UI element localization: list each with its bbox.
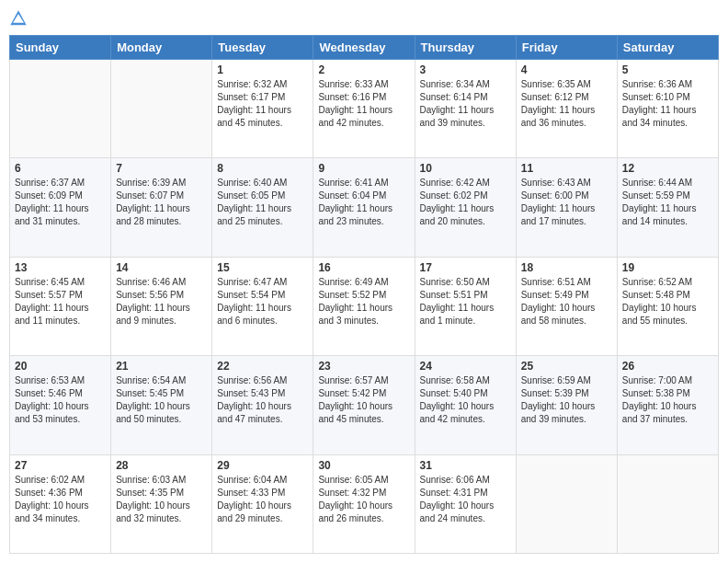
calendar-cell: 26Sunrise: 7:00 AM Sunset: 5:38 PM Dayli… (617, 356, 718, 454)
header (9, 9, 719, 28)
day-number: 21 (116, 360, 207, 373)
day-info: Sunrise: 6:03 AM Sunset: 4:35 PM Dayligh… (116, 474, 207, 525)
calendar-cell: 17Sunrise: 6:50 AM Sunset: 5:51 PM Dayli… (415, 257, 516, 355)
day-info: Sunrise: 6:39 AM Sunset: 6:07 PM Dayligh… (116, 177, 207, 228)
calendar-cell: 27Sunrise: 6:02 AM Sunset: 4:36 PM Dayli… (10, 454, 111, 553)
day-info: Sunrise: 6:54 AM Sunset: 5:45 PM Dayligh… (116, 374, 207, 426)
calendar-header-monday: Monday (111, 36, 212, 60)
calendar-week-4: 20Sunrise: 6:53 AM Sunset: 5:46 PM Dayli… (10, 356, 719, 454)
day-info: Sunrise: 6:41 AM Sunset: 6:04 PM Dayligh… (318, 177, 409, 228)
calendar-cell: 19Sunrise: 6:52 AM Sunset: 5:48 PM Dayli… (617, 257, 718, 355)
calendar-cell: 8Sunrise: 6:40 AM Sunset: 6:05 PM Daylig… (212, 158, 313, 257)
day-number: 16 (318, 261, 409, 274)
calendar-header-tuesday: Tuesday (212, 36, 313, 60)
day-number: 12 (622, 162, 713, 175)
calendar-week-2: 6Sunrise: 6:37 AM Sunset: 6:09 PM Daylig… (10, 158, 719, 257)
day-info: Sunrise: 6:05 AM Sunset: 4:32 PM Dayligh… (318, 474, 409, 525)
day-number: 26 (622, 360, 713, 373)
day-info: Sunrise: 6:45 AM Sunset: 5:57 PM Dayligh… (15, 276, 106, 327)
calendar-cell: 6Sunrise: 6:37 AM Sunset: 6:09 PM Daylig… (10, 158, 111, 257)
day-info: Sunrise: 6:35 AM Sunset: 6:12 PM Dayligh… (521, 78, 612, 130)
day-info: Sunrise: 6:42 AM Sunset: 6:02 PM Dayligh… (420, 177, 511, 228)
day-info: Sunrise: 6:47 AM Sunset: 5:54 PM Dayligh… (217, 276, 308, 327)
day-info: Sunrise: 6:50 AM Sunset: 5:51 PM Dayligh… (420, 276, 511, 327)
calendar-cell: 25Sunrise: 6:59 AM Sunset: 5:39 PM Dayli… (516, 356, 617, 454)
logo-icon (9, 9, 28, 28)
calendar-cell: 21Sunrise: 6:54 AM Sunset: 5:45 PM Dayli… (111, 356, 212, 454)
day-number: 30 (318, 459, 409, 472)
day-info: Sunrise: 6:53 AM Sunset: 5:46 PM Dayligh… (15, 374, 106, 426)
calendar-cell: 11Sunrise: 6:43 AM Sunset: 6:00 PM Dayli… (516, 158, 617, 257)
day-info: Sunrise: 6:37 AM Sunset: 6:09 PM Dayligh… (15, 177, 106, 228)
day-number: 17 (420, 261, 511, 274)
day-number: 25 (521, 360, 612, 373)
calendar-cell: 22Sunrise: 6:56 AM Sunset: 5:43 PM Dayli… (212, 356, 313, 454)
day-number: 11 (521, 162, 612, 175)
calendar-cell: 29Sunrise: 6:04 AM Sunset: 4:33 PM Dayli… (212, 454, 313, 553)
day-info: Sunrise: 6:58 AM Sunset: 5:40 PM Dayligh… (420, 374, 511, 426)
calendar-table: SundayMondayTuesdayWednesdayThursdayFrid… (9, 35, 719, 554)
day-number: 15 (217, 261, 308, 274)
day-number: 31 (420, 459, 511, 472)
day-number: 8 (217, 162, 308, 175)
day-info: Sunrise: 6:32 AM Sunset: 6:17 PM Dayligh… (217, 78, 308, 130)
calendar-header-sunday: Sunday (10, 36, 111, 60)
calendar-cell: 30Sunrise: 6:05 AM Sunset: 4:32 PM Dayli… (313, 454, 415, 553)
day-number: 2 (318, 63, 409, 76)
calendar-header-thursday: Thursday (415, 36, 516, 60)
calendar-cell (111, 60, 212, 158)
day-info: Sunrise: 7:00 AM Sunset: 5:38 PM Dayligh… (622, 374, 713, 426)
day-number: 27 (15, 459, 106, 472)
day-number: 6 (15, 162, 106, 175)
calendar-cell (617, 454, 718, 553)
calendar-cell: 4Sunrise: 6:35 AM Sunset: 6:12 PM Daylig… (516, 60, 617, 158)
day-info: Sunrise: 6:02 AM Sunset: 4:36 PM Dayligh… (15, 474, 106, 525)
calendar-cell: 12Sunrise: 6:44 AM Sunset: 5:59 PM Dayli… (617, 158, 718, 257)
calendar-week-5: 27Sunrise: 6:02 AM Sunset: 4:36 PM Dayli… (10, 454, 719, 553)
day-info: Sunrise: 6:40 AM Sunset: 6:05 PM Dayligh… (217, 177, 308, 228)
day-number: 28 (116, 459, 207, 472)
day-number: 9 (318, 162, 409, 175)
calendar-cell: 9Sunrise: 6:41 AM Sunset: 6:04 PM Daylig… (313, 158, 415, 257)
day-number: 19 (622, 261, 713, 274)
calendar-cell: 23Sunrise: 6:57 AM Sunset: 5:42 PM Dayli… (313, 356, 415, 454)
calendar-cell: 15Sunrise: 6:47 AM Sunset: 5:54 PM Dayli… (212, 257, 313, 355)
calendar-cell: 3Sunrise: 6:34 AM Sunset: 6:14 PM Daylig… (415, 60, 516, 158)
calendar-week-1: 1Sunrise: 6:32 AM Sunset: 6:17 PM Daylig… (10, 60, 719, 158)
day-info: Sunrise: 6:43 AM Sunset: 6:00 PM Dayligh… (521, 177, 612, 228)
day-info: Sunrise: 6:04 AM Sunset: 4:33 PM Dayligh… (217, 474, 308, 525)
calendar-header-saturday: Saturday (617, 36, 718, 60)
day-number: 1 (217, 63, 308, 76)
logo (9, 9, 31, 28)
calendar-cell: 10Sunrise: 6:42 AM Sunset: 6:02 PM Dayli… (415, 158, 516, 257)
day-number: 10 (420, 162, 511, 175)
day-info: Sunrise: 6:49 AM Sunset: 5:52 PM Dayligh… (318, 276, 409, 327)
calendar-header-row: SundayMondayTuesdayWednesdayThursdayFrid… (10, 36, 719, 60)
calendar-cell: 16Sunrise: 6:49 AM Sunset: 5:52 PM Dayli… (313, 257, 415, 355)
day-info: Sunrise: 6:33 AM Sunset: 6:16 PM Dayligh… (318, 78, 409, 130)
day-info: Sunrise: 6:57 AM Sunset: 5:42 PM Dayligh… (318, 374, 409, 426)
calendar-cell: 24Sunrise: 6:58 AM Sunset: 5:40 PM Dayli… (415, 356, 516, 454)
calendar-cell (516, 454, 617, 553)
day-number: 18 (521, 261, 612, 274)
day-number: 4 (521, 63, 612, 76)
calendar-cell: 5Sunrise: 6:36 AM Sunset: 6:10 PM Daylig… (617, 60, 718, 158)
calendar-cell: 1Sunrise: 6:32 AM Sunset: 6:17 PM Daylig… (212, 60, 313, 158)
page: SundayMondayTuesdayWednesdayThursdayFrid… (0, 0, 728, 563)
calendar-cell (10, 60, 111, 158)
calendar-cell: 2Sunrise: 6:33 AM Sunset: 6:16 PM Daylig… (313, 60, 415, 158)
day-number: 7 (116, 162, 207, 175)
calendar-week-3: 13Sunrise: 6:45 AM Sunset: 5:57 PM Dayli… (10, 257, 719, 355)
calendar-cell: 13Sunrise: 6:45 AM Sunset: 5:57 PM Dayli… (10, 257, 111, 355)
day-number: 3 (420, 63, 511, 76)
day-info: Sunrise: 6:59 AM Sunset: 5:39 PM Dayligh… (521, 374, 612, 426)
day-number: 29 (217, 459, 308, 472)
day-number: 14 (116, 261, 207, 274)
calendar-cell: 14Sunrise: 6:46 AM Sunset: 5:56 PM Dayli… (111, 257, 212, 355)
day-info: Sunrise: 6:52 AM Sunset: 5:48 PM Dayligh… (622, 276, 713, 327)
day-number: 5 (622, 63, 713, 76)
day-number: 13 (15, 261, 106, 274)
calendar-header-friday: Friday (516, 36, 617, 60)
calendar-cell: 18Sunrise: 6:51 AM Sunset: 5:49 PM Dayli… (516, 257, 617, 355)
day-info: Sunrise: 6:46 AM Sunset: 5:56 PM Dayligh… (116, 276, 207, 327)
